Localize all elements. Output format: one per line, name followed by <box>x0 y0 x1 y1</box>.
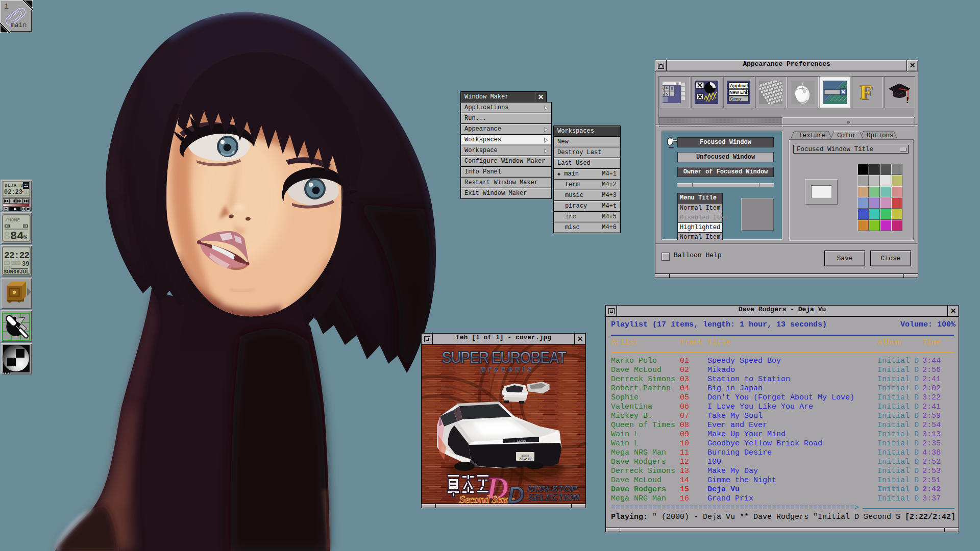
svg-text:8: 8 <box>4 230 10 243</box>
svg-text:73-212: 73-212 <box>519 457 532 461</box>
svg-text:AM: AM <box>5 261 9 265</box>
svg-text:main: main <box>11 21 27 29</box>
svg-text:SUN09JUL: SUN09JUL <box>4 269 29 275</box>
svg-text:SELECTION: SELECTION <box>528 493 580 503</box>
svg-text:x: x <box>676 83 678 86</box>
svg-text:22:22: 22:22 <box>4 251 29 261</box>
svg-text:Texture: Texture <box>799 132 826 139</box>
svg-text:%: % <box>23 234 28 241</box>
svg-text:U: U <box>20 183 23 188</box>
svg-text:1: 1 <box>4 3 9 11</box>
svg-text:Gimp: Gimp <box>730 96 741 102</box>
svg-text:DEJA: DEJA <box>5 183 17 188</box>
svg-text:F: F <box>860 81 872 104</box>
svg-text:84: 84 <box>10 230 23 243</box>
svg-text:Options: Options <box>867 132 894 139</box>
svg-text:Applicati: Applicati <box>730 83 749 88</box>
svg-text:02:23: 02:23 <box>4 189 22 196</box>
svg-text:!: ! <box>906 96 909 104</box>
svg-text:Second Stage: Second Stage <box>459 493 514 504</box>
svg-text:oo: oo <box>24 183 28 186</box>
svg-text:SUPER EUROBEAT: SUPER EUROBEAT <box>442 347 567 367</box>
svg-text:15: 15 <box>24 189 32 195</box>
svg-text:LEVIN: LEVIN <box>517 439 526 442</box>
svg-text:D: D <box>507 482 524 504</box>
svg-text:/HOME: /HOME <box>5 218 20 223</box>
svg-text:ALRM: ALRM <box>11 261 20 265</box>
svg-text:Color: Color <box>837 132 856 139</box>
svg-text:8: 8 <box>17 183 20 188</box>
svg-text:39: 39 <box>22 261 29 268</box>
